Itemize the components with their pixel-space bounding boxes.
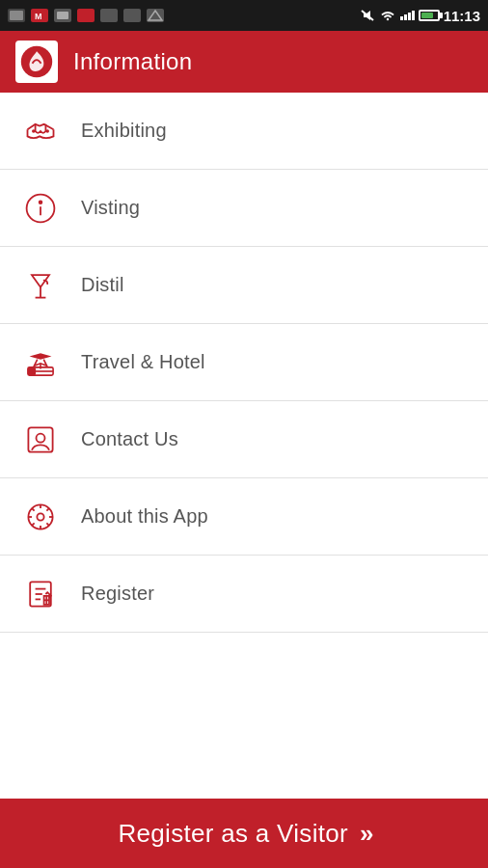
chevron-right-icon: » [360, 819, 369, 849]
travel-icon [19, 341, 62, 384]
svg-rect-8 [123, 9, 141, 22]
status-bar: M 11:13 [0, 0, 488, 31]
svg-line-32 [32, 508, 35, 511]
svg-point-14 [45, 129, 49, 133]
info-circle-icon [19, 187, 62, 230]
svg-point-27 [37, 513, 43, 520]
svg-line-33 [46, 523, 49, 526]
time-display: 11:13 [444, 8, 480, 24]
menu-item-about-app[interactable]: About this App [0, 478, 488, 556]
settings-circle-icon [19, 496, 62, 538]
svg-point-25 [37, 433, 45, 442]
svg-point-13 [32, 129, 36, 133]
cocktail-icon [19, 264, 62, 307]
app-header: Information [0, 31, 488, 93]
svg-rect-1 [10, 11, 23, 20]
register-visitor-button[interactable]: Register as a Visitor » [0, 799, 488, 868]
contact-icon [19, 419, 62, 461]
menu-item-travel-hotel[interactable]: Travel & Hotel [0, 324, 488, 401]
svg-text:M: M [35, 12, 42, 21]
menu-item-contact-us[interactable]: Contact Us [0, 401, 488, 478]
svg-rect-7 [100, 9, 118, 22]
exhibiting-label: Exhibiting [81, 120, 167, 142]
menu-item-register[interactable]: Register [0, 556, 488, 633]
svg-line-34 [46, 508, 49, 511]
status-right: 11:13 [360, 8, 480, 24]
menu-list: Exhibiting Visting Distil [0, 93, 488, 633]
travel-hotel-label: Travel & Hotel [81, 351, 205, 373]
menu-item-visiting[interactable]: Visting [0, 170, 488, 247]
register-label: Register [81, 583, 154, 605]
menu-item-distil[interactable]: Distil [0, 247, 488, 324]
app-logo [15, 41, 58, 83]
register-icon [19, 573, 62, 615]
battery-icon [419, 10, 440, 21]
handshake-icon [19, 110, 62, 152]
svg-point-17 [40, 201, 42, 203]
svg-rect-5 [57, 12, 68, 19]
contact-us-label: Contact Us [81, 428, 178, 450]
register-visitor-label: Register as a Visitor [119, 819, 348, 849]
menu-item-exhibiting[interactable]: Exhibiting [0, 93, 488, 170]
status-icons: M [8, 9, 166, 22]
svg-line-35 [32, 523, 35, 526]
signal-bars [400, 11, 415, 20]
visiting-label: Visting [81, 197, 140, 219]
about-app-label: About this App [81, 505, 208, 528]
header-title: Information [73, 48, 192, 75]
svg-rect-6 [77, 9, 95, 22]
distil-label: Distil [81, 274, 124, 296]
